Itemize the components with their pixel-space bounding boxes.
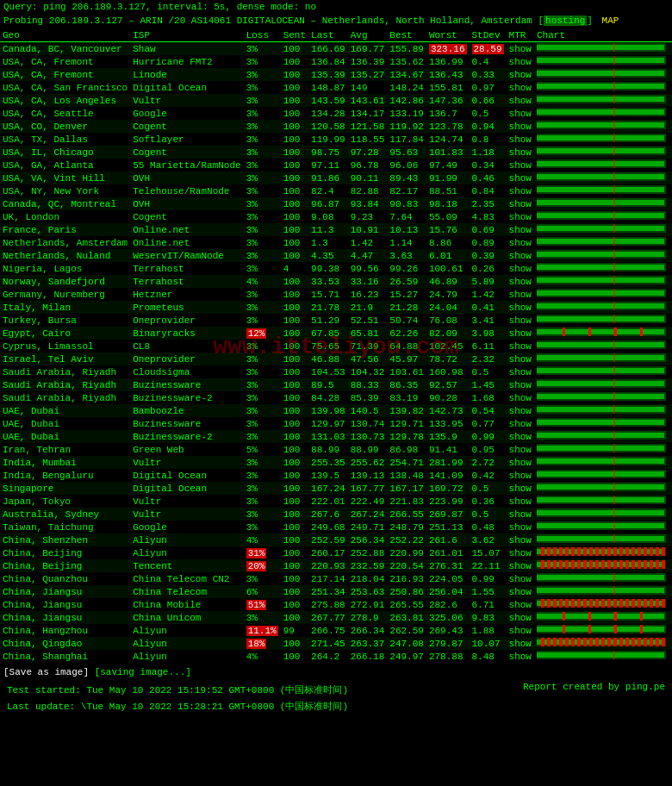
cell-mtr[interactable]: show [507,417,534,430]
cell-mtr[interactable]: show [507,120,534,133]
cell-best: 95.63 [387,146,426,159]
cell-mtr[interactable]: show [507,249,534,262]
svg-rect-218 [559,638,563,646]
cell-mtr[interactable]: show [507,172,534,184]
cell-mtr[interactable]: show [507,223,534,236]
table-row: USA, TX, DallasSoftlayer3%100119.99118.5… [0,133,672,146]
cell-mtr[interactable]: show [507,184,534,197]
cell-chart [534,495,672,508]
cell-mtr[interactable]: show [507,598,534,611]
svg-rect-125 [553,547,557,556]
cell-mtr[interactable]: show [507,521,534,533]
cell-mtr[interactable]: show [507,624,534,637]
cell-last: 167.24 [308,482,348,495]
cell-mtr[interactable]: show [507,585,534,598]
cell-best: 83.19 [387,391,426,404]
table-row: Netherlands, NulandWeservIT/RamNode3%100… [0,249,672,262]
cell-best: 90.83 [387,197,426,210]
svg-rect-197 [662,599,665,608]
cell-mtr[interactable]: show [507,508,534,521]
cell-isp: Google [130,107,243,120]
cell-mtr[interactable]: show [507,262,534,275]
table-row: Canada, BC, VancouverShaw3%100166.69169.… [0,42,672,56]
cell-last: 136.84 [308,55,348,68]
svg-rect-52 [537,265,664,270]
cell-mtr[interactable]: show [507,146,534,159]
cell-avg: 9.23 [348,210,388,223]
cell-mtr[interactable]: show [507,611,534,624]
cell-mtr[interactable]: show [507,288,534,301]
cell-mtr[interactable]: show [507,340,534,352]
chart-svg [537,457,666,465]
cell-best: 99.26 [387,262,426,275]
cell-mtr[interactable]: show [507,55,534,68]
cell-mtr[interactable]: show [507,365,534,378]
cell-mtr[interactable]: show [507,197,534,210]
cell-avg: 33.16 [348,275,388,288]
cell-mtr[interactable]: show [507,275,534,288]
cell-mtr[interactable]: show [507,159,534,172]
cell-mtr[interactable]: show [507,495,534,508]
cell-chart [534,533,672,546]
cell-mtr[interactable]: show [507,94,534,107]
svg-rect-160 [619,560,623,569]
cell-mtr[interactable]: show [507,637,534,650]
cell-mtr[interactable]: show [507,469,534,482]
cell-mtr[interactable]: show [507,236,534,249]
cell-isp: Linode [130,68,243,81]
cell-best: 10.13 [387,223,426,236]
cell-mtr[interactable]: show [507,456,534,469]
cell-geo: UAE, Dubai [0,404,130,417]
table-row: USA, VA, Vint HillOVH3%10091.8690.1189.4… [0,172,672,184]
cell-best: 82.17 [387,184,426,197]
cell-mtr[interactable]: show [507,352,534,365]
cell-last: 67.85 [308,327,348,340]
cell-geo: Netherlands, Nuland [0,249,130,262]
cell-last: 99.38 [308,262,348,275]
cell-sent: 100 [281,598,308,611]
chart-svg [537,289,666,297]
cell-mtr[interactable]: show [507,572,534,585]
save-as-image-link[interactable]: [Save as image] [3,667,89,677]
cell-stdev: 0.99 [470,430,507,443]
cell-stdev: 1.42 [470,288,507,301]
cell-mtr[interactable]: show [507,443,534,456]
cell-loss: 6% [244,585,281,598]
cell-best: 263.81 [387,611,426,624]
cell-worst: 82.09 [426,327,470,340]
cell-mtr[interactable]: show [507,482,534,495]
cell-mtr[interactable]: show [507,404,534,417]
chart-svg [537,366,666,375]
cell-mtr[interactable]: show [507,81,534,94]
cell-avg: 82.88 [348,184,388,197]
cell-mtr[interactable]: show [507,391,534,404]
cell-mtr[interactable]: show [507,314,534,327]
cell-mtr[interactable]: show [507,301,534,314]
cell-mtr[interactable]: show [507,107,534,120]
cell-mtr[interactable]: show [507,68,534,81]
map-link[interactable]: MAP [602,16,619,26]
cell-worst: 6.01 [426,249,470,262]
cell-mtr[interactable]: show [507,327,534,340]
cell-mtr[interactable]: show [507,42,534,56]
svg-rect-37 [537,200,664,205]
cell-mtr[interactable]: show [507,210,534,223]
cell-mtr[interactable]: show [507,378,534,391]
cell-best: 3.63 [387,249,426,262]
cell-last: 33.53 [308,275,348,288]
cell-last: 131.03 [308,430,348,443]
cell-geo: France, Paris [0,223,130,236]
cell-mtr[interactable]: show [507,559,534,572]
cell-mtr[interactable]: show [507,650,534,663]
cell-mtr[interactable]: show [507,430,534,443]
cell-isp: WeservIT/RamNode [130,249,243,262]
chart-svg [537,315,666,323]
cell-worst: 92.57 [426,378,470,391]
cell-isp: Buzinessware [130,378,243,391]
cell-isp: Vultr [130,495,243,508]
cell-mtr[interactable]: show [507,533,534,546]
cell-last: 129.97 [308,417,348,430]
cell-mtr[interactable]: show [507,133,534,146]
cell-mtr[interactable]: show [507,546,534,559]
chart-svg [537,431,666,440]
